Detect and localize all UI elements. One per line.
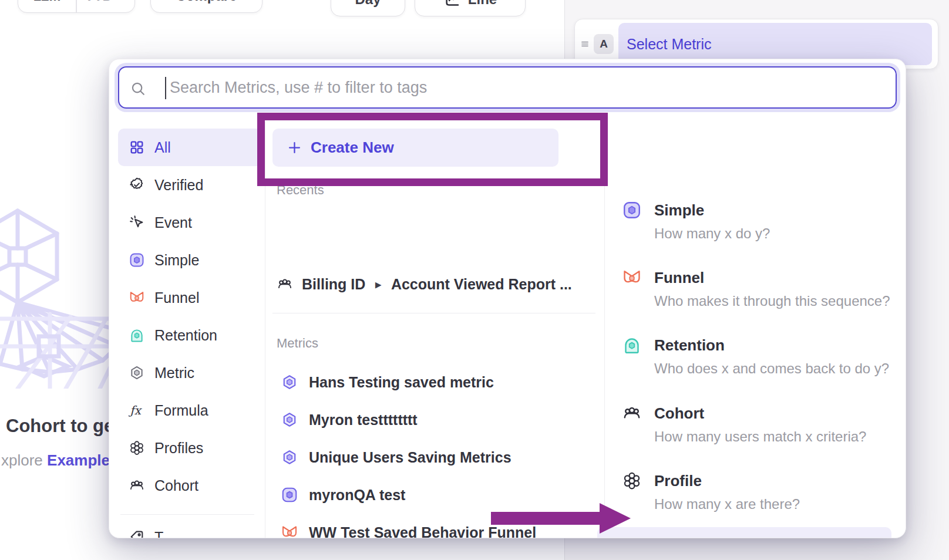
sidebar-item-icon	[129, 252, 145, 268]
section-divider	[272, 313, 595, 313]
sidebar-item-icon	[129, 139, 145, 156]
compare-button[interactable]: Compare	[150, 0, 263, 13]
sidebar-item-icon	[129, 402, 145, 419]
annotation-box-create-new	[257, 113, 608, 186]
sidebar-item[interactable]: Event	[118, 204, 264, 241]
sidebar-item-label: Event	[154, 214, 192, 231]
metric-type-description: How many x are there?	[654, 496, 800, 512]
metric-type-icon	[281, 524, 298, 538]
sidebar-item[interactable]: Formula	[118, 392, 264, 429]
breadcrumb-arrow: ▸	[374, 278, 382, 291]
sidebar-item-label: Metric	[154, 365, 194, 382]
saved-metric-label: WW Test Saved Behavior Funnel	[309, 524, 536, 539]
metrics-heading: Metrics	[277, 336, 318, 351]
sidebar-item[interactable]: Cohort	[118, 467, 264, 504]
sidebar-item-label: Retention	[154, 327, 217, 344]
recent-item-billing[interactable]: Billing ID ▸ Account Viewed Report ...	[277, 269, 572, 299]
cohort-icon	[277, 276, 293, 292]
example-reports-link[interactable]: Example	[47, 451, 110, 469]
sidebar-item-icon	[129, 327, 145, 343]
metric-type-icon	[622, 471, 642, 491]
metric-type-icon	[622, 403, 642, 423]
sidebar-item-label: All	[154, 139, 171, 156]
sidebar-item-label: Formula	[154, 402, 208, 419]
search-input[interactable]	[170, 68, 886, 107]
explore-text-fragment: xplore	[1, 451, 47, 469]
annotation-arrow-head	[600, 503, 631, 534]
sidebar-item-label: Funnel	[154, 289, 199, 306]
metric-type-icon	[622, 268, 642, 288]
sidebar-item-icon	[129, 289, 145, 306]
tag-icon	[129, 529, 145, 538]
sidebar-item-label: Simple	[154, 252, 199, 269]
sidebar-item-label: T	[154, 529, 163, 539]
range-12m-button[interactable]: 12M	[18, 0, 76, 4]
sidebar-item-label: Profiles	[154, 440, 203, 457]
sidebar-item-partial[interactable]: T	[118, 518, 264, 538]
saved-metric-label: Unique Users Saving Metrics	[309, 449, 511, 466]
granularity-day-button[interactable]: Day	[331, 0, 405, 16]
saved-metric-label: Hans Testing saved metric	[309, 374, 494, 391]
custom-event-highlight	[597, 527, 891, 538]
empty-state-headline-fragment: Cohort to ge	[6, 416, 114, 437]
sidebar-item-icon	[129, 365, 145, 381]
text-cursor	[165, 77, 166, 99]
metric-type-icon	[622, 200, 642, 220]
metric-type-description: Who makes it through this sequence?	[654, 293, 890, 309]
metric-type-title: Cohort	[654, 403, 704, 423]
metric-search	[118, 66, 897, 109]
category-sidebar: All Verified Event Simple Funnel Retenti…	[118, 129, 264, 538]
sidebar-item[interactable]: All	[118, 129, 264, 166]
metric-type-icon	[281, 411, 298, 429]
sidebar-item[interactable]: Metric	[118, 354, 264, 392]
metric-type-option[interactable]: Cohort How many users match x criteria?	[604, 403, 906, 456]
metric-type-icon	[281, 448, 298, 466]
metric-type-description: How many users match x criteria?	[654, 429, 866, 445]
sidebar-item[interactable]: Simple	[118, 241, 264, 279]
metric-type-option[interactable]: Profile How many x are there?	[604, 471, 906, 524]
wireframe-illustration	[0, 189, 123, 389]
chevron-down-icon	[116, 0, 127, 1]
metric-type-title: Funnel	[654, 268, 704, 288]
sidebar-item[interactable]: Verified	[118, 166, 264, 204]
saved-metric-row[interactable]: myronQA test	[268, 476, 604, 514]
range-ytd-button[interactable]: YTD	[77, 0, 134, 4]
metric-type-description: How many x do y?	[654, 225, 770, 242]
saved-metric-label: Myron testttttttt	[309, 411, 418, 429]
metric-type-icon	[281, 486, 298, 504]
metric-type-title: Profile	[654, 471, 702, 491]
recent-item-target: Account Viewed Report ...	[391, 276, 572, 293]
sidebar-bottom-divider	[120, 514, 254, 515]
date-range-control[interactable]: 12M YTD	[18, 0, 135, 13]
sidebar-item[interactable]: Profiles	[118, 429, 264, 467]
metric-type-option[interactable]: Funnel Who makes it through this sequenc…	[604, 268, 906, 321]
sidebar-item-label: Cohort	[154, 477, 198, 494]
recent-item-name: Billing ID	[302, 276, 365, 293]
metric-type-icon	[281, 373, 298, 391]
sidebar-item-icon	[129, 440, 145, 456]
sidebar-item[interactable]: Retention	[118, 316, 264, 354]
sidebar-item-icon	[129, 214, 145, 231]
sidebar-item-icon	[129, 477, 145, 494]
annotation-arrow	[491, 512, 600, 525]
saved-metric-row[interactable]: Hans Testing saved metric	[268, 363, 604, 401]
saved-metric-row[interactable]: Myron testttttttt	[268, 401, 604, 438]
metric-type-title: Retention	[654, 335, 725, 355]
saved-metric-row[interactable]: Unique Users Saving Metrics	[268, 438, 604, 476]
sidebar-item-icon	[129, 177, 145, 193]
saved-metric-label: myronQA test	[309, 487, 405, 504]
metric-type-icon	[622, 335, 642, 355]
chart-type-line-button[interactable]: Line	[415, 0, 526, 16]
search-icon	[130, 80, 146, 97]
metric-type-description: Who does x and comes back to do y?	[654, 360, 889, 377]
metric-types-column: Simple How many x do y? Funnel Who makes…	[604, 118, 906, 538]
sidebar-item-label: Verified	[154, 177, 203, 194]
series-a-badge: A	[594, 34, 614, 54]
line-chart-icon	[443, 0, 461, 8]
metric-type-title: Simple	[654, 200, 704, 220]
sidebar-item[interactable]: Funnel	[118, 279, 264, 316]
empty-state-subline: xplore Example	[1, 451, 110, 470]
metric-type-option[interactable]: Simple How many x do y?	[604, 200, 906, 253]
drag-handle-icon[interactable]	[579, 38, 591, 50]
metric-type-option[interactable]: Retention Who does x and comes back to d…	[604, 335, 906, 388]
